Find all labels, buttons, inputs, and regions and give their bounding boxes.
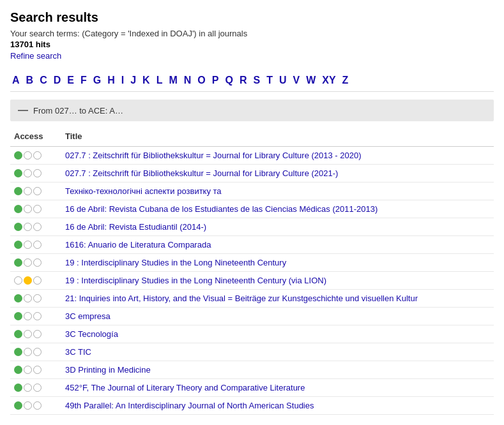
alpha-letter-c[interactable]: C <box>38 75 49 86</box>
access-dot-0 <box>14 169 22 177</box>
alpha-letter-m[interactable]: M <box>167 75 179 86</box>
table-row: 027.7 : Zeitschrift für Bibliothekskultu… <box>10 147 494 165</box>
journal-title-link[interactable]: 3C empresa <box>65 311 111 321</box>
access-dot-2 <box>33 223 42 231</box>
access-dot-0 <box>14 348 22 356</box>
table-row: 16 de Abril: Revista Cubana de los Estud… <box>10 200 494 218</box>
access-cell <box>10 254 61 272</box>
journal-title-link[interactable]: 452°F, The Journal of Literary Theory an… <box>65 383 305 392</box>
alpha-letter-h[interactable]: H <box>105 75 117 86</box>
access-cell <box>10 165 61 183</box>
journal-title-link[interactable]: 49th Parallel: An Interdisciplinary Jour… <box>65 401 314 410</box>
alpha-letter-r[interactable]: R <box>238 75 249 86</box>
access-cell <box>10 183 61 200</box>
alpha-letter-j[interactable]: J <box>128 75 138 86</box>
journal-title-link[interactable]: 3C TIC <box>65 347 91 357</box>
access-dot-2 <box>33 276 42 285</box>
table-row: 1616: Anuario de Literatura Comparada <box>10 236 494 254</box>
access-dot-1 <box>24 401 32 410</box>
alpha-letter-e[interactable]: E <box>65 75 76 86</box>
journal-title-link[interactable]: 1616: Anuario de Literatura Comparada <box>65 240 211 250</box>
journal-title-link[interactable]: 3D Printing in Medicine <box>65 365 151 375</box>
table-row: 027.7 : Zeitschrift für Bibliothekskultu… <box>10 165 494 183</box>
hits-count: 13701 hits <box>10 40 494 49</box>
alphabet-navigation: ABCDEFGHIJKLMNOPQRSTUVWXYZ <box>10 75 494 92</box>
alpha-letter-s[interactable]: S <box>251 75 262 86</box>
access-dot-0 <box>14 366 22 374</box>
alpha-letter-u[interactable]: U <box>277 75 289 86</box>
alpha-letter-o[interactable]: O <box>195 75 207 86</box>
journal-title-link[interactable]: Технiко-технологiчнi аспекти розвитку та <box>65 186 222 196</box>
alpha-letter-f[interactable]: F <box>79 75 89 86</box>
alpha-letter-n[interactable]: N <box>182 75 194 86</box>
access-dot-0 <box>14 241 22 249</box>
access-dot-0 <box>14 312 22 320</box>
access-cell <box>10 218 61 236</box>
access-dot-2 <box>33 401 42 410</box>
access-dot-1 <box>24 151 32 160</box>
alpha-letter-i[interactable]: I <box>119 75 126 86</box>
title-cell: 19 : Interdisciplinary Studies in the Lo… <box>61 272 494 290</box>
access-dot-1 <box>24 366 32 374</box>
alpha-letter-w[interactable]: W <box>304 75 317 86</box>
access-dot-0 <box>14 294 22 302</box>
alpha-letter-d[interactable]: D <box>52 75 63 86</box>
alpha-letter-a[interactable]: A <box>10 75 22 86</box>
access-dot-1 <box>24 241 32 249</box>
alpha-letter-z[interactable]: Z <box>340 75 351 86</box>
journal-title-link[interactable]: 19 : Interdisciplinary Studies in the Lo… <box>65 258 286 267</box>
access-dot-2 <box>33 151 42 160</box>
access-dot-1 <box>24 348 32 356</box>
title-cell: 3C Tecnología <box>61 325 494 343</box>
access-dot-0 <box>14 205 22 213</box>
access-cell <box>10 361 61 379</box>
title-cell: 027.7 : Zeitschrift für Bibliothekskultu… <box>61 147 494 165</box>
access-dot-0 <box>14 384 22 392</box>
alpha-letter-q[interactable]: Q <box>223 75 234 86</box>
access-dot-2 <box>33 169 42 177</box>
access-dot-0 <box>14 330 22 338</box>
alpha-letter-b[interactable]: B <box>24 75 36 86</box>
alpha-letter-l[interactable]: L <box>155 75 165 86</box>
journal-title-link[interactable]: 16 de Abril: Revista Estudiantil (2014-) <box>65 222 206 232</box>
access-dot-1 <box>24 169 32 177</box>
access-cell <box>10 147 61 165</box>
access-dot-1 <box>24 258 32 267</box>
table-row: 3C TIC <box>10 343 494 361</box>
journal-title-link[interactable]: 027.7 : Zeitschrift für Bibliothekskultu… <box>65 168 338 178</box>
table-row: 49th Parallel: An Interdisciplinary Jour… <box>10 397 494 415</box>
access-dot-1 <box>24 384 32 392</box>
col-header-title: Title <box>61 129 494 147</box>
journal-title-link[interactable]: 19 : Interdisciplinary Studies in the Lo… <box>65 276 326 285</box>
journal-title-link[interactable]: 16 de Abril: Revista Cubana de los Estud… <box>65 204 378 214</box>
access-dot-1 <box>24 205 32 213</box>
access-dot-2 <box>33 348 42 356</box>
title-cell: 027.7 : Zeitschrift für Bibliothekskultu… <box>61 165 494 183</box>
access-dot-2 <box>33 294 42 302</box>
alpha-letter-k[interactable]: K <box>141 75 152 86</box>
table-row: 452°F, The Journal of Literary Theory an… <box>10 379 494 397</box>
table-row: 3C empresa <box>10 308 494 325</box>
access-dot-2 <box>33 241 42 249</box>
alpha-letter-p[interactable]: P <box>210 75 221 86</box>
access-dot-1 <box>24 312 32 320</box>
range-label: From 027… to ACE: A… <box>33 106 123 116</box>
journal-title-link[interactable]: 3C Tecnología <box>65 329 118 339</box>
journal-title-link[interactable]: 027.7 : Zeitschrift für Bibliothekskultu… <box>65 151 362 160</box>
collapse-icon[interactable]: — <box>18 105 28 116</box>
access-cell <box>10 200 61 218</box>
journal-title-link[interactable]: 21: Inquiries into Art, History, and the… <box>65 294 418 303</box>
alpha-letter-xy[interactable]: XY <box>320 75 337 86</box>
table-row: 3C Tecnología <box>10 325 494 343</box>
alpha-letter-v[interactable]: V <box>291 75 302 86</box>
title-cell: 452°F, The Journal of Literary Theory an… <box>61 379 494 397</box>
refine-search-link[interactable]: Refine search <box>10 51 61 61</box>
title-cell: 19 : Interdisciplinary Studies in the Lo… <box>61 254 494 272</box>
alpha-letter-g[interactable]: G <box>91 75 103 86</box>
title-cell: 21: Inquiries into Art, History, and the… <box>61 290 494 308</box>
alpha-letter-t[interactable]: T <box>264 75 275 86</box>
access-dot-1 <box>24 187 32 195</box>
range-bar: — From 027… to ACE: A… <box>10 100 494 121</box>
table-row: 19 : Interdisciplinary Studies in the Lo… <box>10 272 494 290</box>
title-cell: 3C TIC <box>61 343 494 361</box>
